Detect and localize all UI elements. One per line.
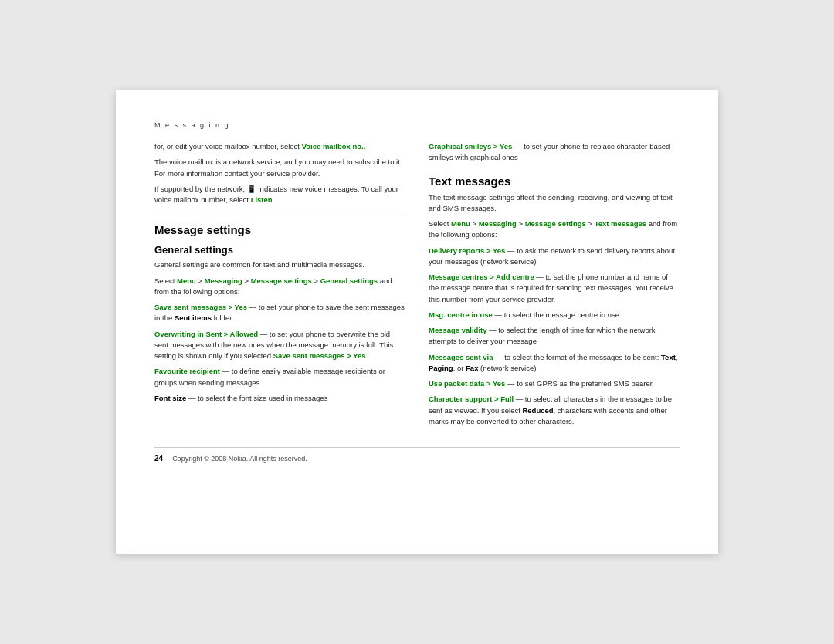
voice-mailbox-link: Voice mailbox no.. [302, 142, 366, 151]
delivery-label: Delivery reports > Yes [429, 246, 505, 255]
divider [154, 212, 405, 212]
msgvia-text: Text [661, 353, 676, 361]
save-sent-item: Save sent messages > Yes — to set your p… [154, 302, 405, 324]
msgvia-fax: Fax [466, 364, 478, 372]
content-columns: for, or edit your voice mailbox number, … [154, 141, 680, 432]
save-sent-ref: Save sent messages > Yes [273, 351, 366, 360]
save-sent-label: Save sent messages > Yes [154, 303, 247, 311]
text-select-instruction: Select Menu > Messaging > Message settin… [429, 219, 680, 241]
overwriting-label: Overwriting in Sent > Allowed [154, 330, 258, 338]
sent-items-label: Sent items [175, 314, 212, 322]
document-page: M e s s a g i n g for, or edit your voic… [116, 90, 718, 554]
listen-link: Listen [251, 195, 273, 204]
voice-mailbox-indicator: If supported by the network, 📱 indicates… [154, 184, 405, 206]
page-footer: 24 Copyright © 2008 Nokia. All rights re… [154, 447, 680, 463]
charsupport-reduced: Reduced [522, 406, 553, 415]
graphical-smileys-item: Graphical smileys > Yes — to set your ph… [429, 141, 680, 164]
fontsize-item: Font size — to select the font size used… [154, 393, 405, 404]
general-select-instruction: Select Menu > Messaging > Message settin… [154, 276, 405, 298]
packetdata-item: Use packet data > Yes — to set GPRS as t… [429, 378, 680, 389]
general-link: General settings [320, 276, 378, 285]
messaging-link: Messaging [205, 276, 242, 285]
message-settings-heading: Message settings [154, 223, 405, 236]
msginuse-label: Msg. centre in use [429, 310, 493, 319]
graphical-label: Graphical smileys > Yes [429, 142, 512, 151]
msgcentres-label: Message centres > Add centre [429, 273, 534, 281]
msgvia-paging: Paging [429, 364, 453, 372]
msgsettings-link: Message settings [251, 276, 312, 285]
charsupport-item: Character support > Full — to select all… [429, 394, 680, 427]
msgcentres-item: Message centres > Add centre — to set th… [429, 272, 680, 305]
left-column: for, or edit your voice mailbox number, … [154, 141, 405, 432]
msgvia-label: Messages sent via [429, 353, 493, 361]
text-intro: The text message settings affect the sen… [429, 192, 680, 215]
voice-mailbox-network: The voice mailbox is a network service, … [154, 157, 405, 179]
packetdata-label: Use packet data > Yes [429, 379, 505, 388]
fontsize-label: Font size [154, 394, 186, 402]
msgvalidity-item: Message validity — to select the length … [429, 325, 680, 347]
text-msgsettings-link: Message settings [525, 219, 586, 228]
favourite-item: Favourite recipient — to define easily a… [154, 366, 405, 388]
msginuse-item: Msg. centre in use — to select the messa… [429, 310, 680, 320]
text-menu-link: Menu [451, 219, 470, 228]
overwriting-item: Overwriting in Sent > Allowed — to set y… [154, 329, 405, 362]
general-intro: General settings are common for text and… [154, 259, 405, 270]
msgvalidity-label: Message validity [429, 326, 487, 334]
text-messaging-link: Messaging [479, 219, 517, 228]
text-text-link: Text messages [595, 219, 646, 228]
favourite-label: Favourite recipient [154, 367, 220, 375]
msgvia-item: Messages sent via — to select the format… [429, 352, 680, 375]
copyright-text: Copyright © 2008 Nokia. All rights reser… [172, 455, 307, 463]
right-column: Graphical smileys > Yes — to set your ph… [429, 141, 680, 432]
charsupport-label: Character support > Full [429, 395, 514, 403]
voice-mailbox-intro: for, or edit your voice mailbox number, … [154, 141, 405, 152]
text-messages-heading: Text messages [429, 175, 680, 188]
page-header: M e s s a g i n g [154, 121, 680, 129]
delivery-reports-item: Delivery reports > Yes — to ask the netw… [429, 246, 680, 268]
general-settings-heading: General settings [154, 244, 405, 256]
page-number: 24 [154, 454, 163, 463]
menu-link: Menu [177, 276, 196, 285]
